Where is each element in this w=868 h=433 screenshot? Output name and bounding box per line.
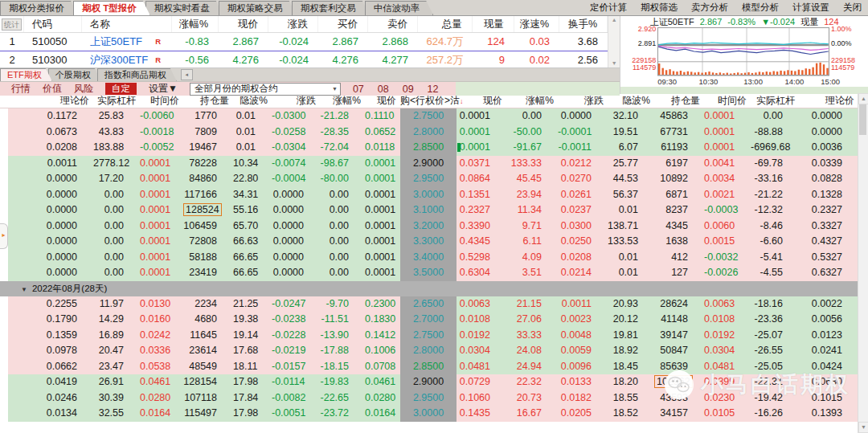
t-cell-call[interactable]: -80.00 (320, 171, 365, 187)
t-cell-call[interactable]: 0.0419 (8, 374, 93, 390)
t-cell-call[interactable]: 17.20 (93, 171, 140, 187)
t-cell-put[interactable]: 0.6327 (799, 265, 858, 281)
scroll-down-icon[interactable]: ▼ (612, 59, 617, 67)
t-cell-put[interactable]: 0.5298 (457, 250, 506, 266)
scrollbar-thumb[interactable] (859, 104, 866, 135)
t-cell-call[interactable]: 0.1006 (365, 343, 400, 359)
etf-name[interactable]: 上证50ETF (90, 33, 142, 51)
t-cell-call[interactable]: 0.00 (320, 187, 365, 203)
t-cell-call[interactable]: 14.29 (93, 312, 140, 328)
t-cell-call[interactable]: 0.0160 (140, 312, 183, 328)
t-cell-put[interactable]: 0.0212 (558, 156, 608, 172)
t-cell-put[interactable]: 0.0000 (799, 125, 858, 141)
t-cell-put[interactable]: 43593 (654, 390, 704, 406)
t-cell-put[interactable]: 23.94 (506, 187, 558, 203)
t-cell-put[interactable]: 0.0424 (799, 359, 858, 375)
t-cell-call[interactable]: 0.0001 (365, 156, 400, 172)
t-cell-put[interactable]: 56.37 (608, 187, 654, 203)
t-cell-put[interactable]: 22.32 (506, 374, 558, 390)
t-cell-strike[interactable]: 2.9000 (400, 374, 457, 390)
t-cell-put[interactable]: 18.52 (608, 406, 654, 422)
subtab-1[interactable]: 个股期权 (48, 68, 101, 81)
t-cell-put[interactable]: 0.0133 (558, 374, 608, 390)
window-tab-2[interactable]: 期权实时看盘 (145, 1, 223, 15)
t-cell-call[interactable]: 11645 (183, 328, 233, 344)
quote-col-header-6[interactable]: 卖价 (368, 16, 418, 32)
t-cell-strike[interactable]: 2.7000 (400, 312, 457, 328)
t-cell-put[interactable]: 0.3390 (457, 219, 506, 235)
t-cell-put[interactable]: 33.33 (506, 328, 558, 344)
t-cell-call[interactable]: 0.00 (320, 219, 365, 235)
t-cell-strike[interactable]: 3.4000 (400, 250, 457, 266)
t-cell-put[interactable]: 0.0022 (799, 296, 858, 312)
t-cell-call[interactable]: 10.34 (233, 156, 272, 172)
menu-item-1[interactable]: 期权筛选 (641, 2, 678, 14)
quote-row-0[interactable]: 1510050上证50ETFR-0.832.867-0.0242.8672.86… (0, 33, 620, 51)
t-cell-call[interactable]: 117166 (183, 187, 233, 203)
t-header-call-4[interactable]: 隐波% (233, 94, 272, 108)
filter-item-risk[interactable]: 风险 (74, 82, 93, 96)
t-cell-call[interactable]: 0.00 (320, 202, 365, 219)
t-cell-call[interactable]: -0.0051 (272, 406, 320, 422)
t-cell-put[interactable]: 18.55 (608, 390, 654, 406)
t-cell-put[interactable]: 0.0011 (558, 296, 608, 312)
quote-col-header-4[interactable]: 涨跌 (268, 16, 318, 32)
t-cell-put[interactable]: 0.0034 (704, 171, 751, 187)
quote-col-header-3[interactable]: 现价 (219, 16, 268, 32)
t-cell-call[interactable]: 128154 (183, 374, 233, 390)
t-cell-put[interactable]: -23.36 (751, 312, 799, 328)
t-cell-put[interactable]: 0.0108 (457, 312, 506, 328)
t-cell-call[interactable]: 23419 (183, 265, 233, 281)
menu-item-3[interactable]: 模型分析 (742, 2, 779, 14)
t-cell-put[interactable]: -16.26 (751, 406, 799, 422)
t-cell-put[interactable]: -4.55 (751, 265, 799, 281)
t-header-call-6[interactable]: 涨幅% (320, 94, 365, 108)
filter-item-value[interactable]: 价值 (43, 82, 62, 96)
t-cell-put[interactable]: -0.0003 (704, 202, 751, 219)
t-cell-call[interactable]: 20.47 (93, 343, 140, 359)
t-cell-put[interactable]: -22.31 (751, 374, 799, 390)
t-cell-call[interactable]: 55.16 (233, 202, 272, 219)
window-tab-5[interactable]: 中信波动率 (365, 1, 434, 15)
quote-col-header-1[interactable]: 名称 (82, 16, 172, 32)
t-cell-call[interactable]: 0.0662 (8, 359, 93, 375)
t-cell-put[interactable]: 6871 (654, 187, 704, 203)
t-cell-call[interactable]: 18.11 (233, 359, 272, 375)
t-cell-call[interactable]: 0.0001 (365, 187, 400, 203)
t-cell-put[interactable]: 0.5327 (799, 250, 858, 266)
contract-month-select[interactable]: 全部月份的期权合约 ▼ (190, 83, 341, 96)
t-cell-put[interactable]: 4.09 (506, 250, 558, 266)
t-cell-put[interactable]: -50.00 (506, 125, 558, 141)
t-cell-call[interactable]: 0.0000 (8, 219, 93, 235)
t-cell-call[interactable]: 0.00 (93, 202, 140, 219)
t-cell-call[interactable]: 2778.12 (93, 156, 140, 172)
t-cell-put[interactable]: 19.81 (608, 328, 654, 344)
t-cell-call[interactable]: 0.2300 (365, 296, 400, 312)
t-cell-put[interactable]: 0.0481 (457, 359, 506, 375)
t-cell-put[interactable]: 0.0001 (457, 108, 506, 125)
t-cell-call[interactable]: 0.0134 (8, 406, 93, 422)
t-cell-put[interactable]: 102962 (654, 374, 704, 390)
t-cell-put[interactable]: 0.1328 (799, 187, 858, 203)
t-cell-call[interactable]: -28.35 (320, 125, 365, 141)
t-cell-put[interactable]: 133.53 (608, 234, 654, 250)
t-cell-call[interactable]: 19.38 (233, 312, 272, 328)
t-cell-put[interactable]: 20.93 (608, 296, 654, 312)
t-cell-put[interactable]: 45.45 (506, 171, 558, 187)
subtab-scroll-stub[interactable]: ◂ (181, 69, 193, 80)
t-cell-put[interactable]: 0.0108 (704, 312, 751, 328)
t-cell-put[interactable]: 4345 (654, 219, 704, 235)
t-cell-put[interactable]: 412 (654, 250, 704, 266)
t-cell-put[interactable]: 24.94 (506, 359, 558, 375)
t-cell-put[interactable]: -19.42 (751, 390, 799, 406)
t-cell-put[interactable]: 0.0680 (799, 374, 858, 390)
t-cell-put[interactable]: 0.0304 (457, 343, 506, 359)
t-cell-put[interactable]: 0.2327 (457, 202, 506, 219)
t-cell-call[interactable]: 0.0336 (140, 343, 183, 359)
t-cell-put[interactable]: 0.0481 (704, 359, 751, 375)
t-cell-put[interactable]: 61193 (654, 140, 704, 156)
t-cell-put[interactable]: 0.0063 (457, 296, 506, 312)
t-cell-call[interactable]: 0.0538 (140, 359, 183, 375)
t-cell-put[interactable]: 18.92 (608, 343, 654, 359)
t-cell-put[interactable]: -0.0032 (704, 250, 751, 266)
